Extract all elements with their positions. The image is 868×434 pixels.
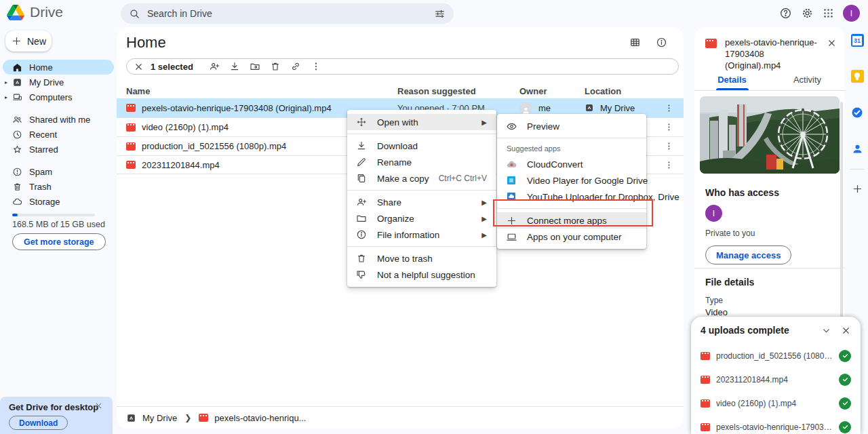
- expand-arrow-icon[interactable]: ▸: [5, 94, 7, 100]
- menu-item-video-player[interactable]: Video Player for Google Drive: [497, 172, 646, 189]
- sidebar-item-storage[interactable]: Storage: [3, 194, 114, 209]
- row-more-icon[interactable]: [664, 160, 674, 170]
- more-actions-icon[interactable]: [306, 61, 326, 72]
- chevron-down-icon[interactable]: [821, 326, 831, 336]
- upload-item[interactable]: 202311201844.mp4: [691, 368, 861, 391]
- share-person-add-icon: [355, 197, 368, 208]
- star-icon: [12, 144, 22, 155]
- search-bar[interactable]: [121, 3, 454, 24]
- sidebar-item-computers[interactable]: ▸ Computers: [3, 90, 114, 104]
- menu-item-apps-on-computer[interactable]: Apps on your computer: [497, 229, 646, 245]
- keep-icon[interactable]: [851, 70, 864, 83]
- check-icon: [839, 397, 851, 410]
- row-more-icon[interactable]: [664, 103, 674, 113]
- sidebar-item-shared-with-me[interactable]: Shared with me: [3, 112, 114, 127]
- menu-item-connect-more-apps[interactable]: Connect more apps: [497, 212, 646, 229]
- column-header-owner[interactable]: Owner: [519, 86, 585, 96]
- scrollbar[interactable]: [840, 102, 843, 329]
- upload-item[interactable]: production_id_5021556 (1080p).mp4: [691, 344, 861, 368]
- menu-item-file-information[interactable]: File information ▶: [347, 226, 496, 243]
- table-header: Name Reason suggested Owner Location: [126, 83, 674, 99]
- expand-arrow-icon[interactable]: ▸: [5, 79, 7, 85]
- upload-item[interactable]: video (2160p) (1).mp4: [691, 391, 861, 415]
- menu-item-make-a-copy[interactable]: Make a copy Ctrl+C Ctrl+V: [347, 170, 496, 186]
- drive-brand[interactable]: Drive: [7, 4, 63, 20]
- recent-icon: [12, 130, 22, 140]
- tab-activity[interactable]: Activity: [770, 69, 845, 90]
- close-icon[interactable]: [827, 38, 837, 66]
- storage-progress-bar: [12, 214, 95, 216]
- sidebar-item-home[interactable]: Home: [3, 60, 114, 75]
- type-value: Video: [705, 307, 754, 317]
- clear-selection-icon[interactable]: [134, 62, 144, 72]
- download-icon[interactable]: [224, 61, 245, 72]
- menu-item-move-to-trash[interactable]: Move to trash: [347, 250, 496, 267]
- download-drive-button[interactable]: Download: [9, 416, 68, 430]
- owner-avatar-icon: [519, 102, 532, 115]
- search-options-icon[interactable]: [434, 8, 446, 20]
- trash-icon[interactable]: [265, 61, 285, 72]
- move-to-folder-icon[interactable]: [245, 61, 265, 72]
- menu-item-rename[interactable]: Rename: [347, 154, 496, 170]
- cloud-icon: [12, 197, 22, 207]
- share-person-add-icon[interactable]: [204, 61, 224, 72]
- open-with-icon: [355, 117, 368, 127]
- calendar-icon[interactable]: 31: [851, 34, 864, 47]
- column-header-reason[interactable]: Reason suggested: [397, 86, 519, 96]
- video-file-icon: [199, 414, 208, 422]
- menu-item-download[interactable]: Download: [347, 138, 496, 154]
- row-more-icon[interactable]: [664, 122, 674, 132]
- thumb-down-icon: [355, 269, 368, 280]
- menu-item-youtube-uploader[interactable]: YouTube Uploader for Dropbox, Drive: [497, 189, 646, 205]
- sidebar-item-trash[interactable]: Trash: [3, 179, 114, 194]
- user-avatar[interactable]: I: [843, 5, 860, 22]
- computers-icon: [12, 92, 22, 102]
- help-icon[interactable]: [779, 7, 792, 20]
- sidebar-item-starred[interactable]: Starred: [3, 142, 114, 157]
- copy-link-icon[interactable]: [285, 61, 306, 72]
- selection-toolbar: 1 selected: [126, 58, 679, 75]
- sidebar: New Home ▸ My Drive ▸ Computers Shared w…: [0, 27, 117, 434]
- spam-icon: [12, 167, 22, 177]
- details-tabs: Details Activity: [694, 69, 845, 91]
- file-name: production_id_5021556 (1080p).mp4: [142, 141, 286, 151]
- breadcrumb-file[interactable]: pexels-otavio-henriqu...: [214, 413, 306, 423]
- sidebar-item-my-drive[interactable]: ▸ My Drive: [3, 75, 114, 90]
- menu-item-open-with[interactable]: Open with ▶: [347, 114, 496, 130]
- manage-access-button[interactable]: Manage access: [705, 245, 791, 264]
- tab-details[interactable]: Details: [694, 69, 770, 90]
- search-input[interactable]: [147, 8, 427, 19]
- new-button[interactable]: New: [5, 31, 52, 52]
- close-icon[interactable]: [841, 326, 851, 336]
- row-more-icon[interactable]: [664, 141, 674, 151]
- column-header-name[interactable]: Name: [126, 86, 397, 96]
- info-icon[interactable]: [656, 37, 667, 48]
- get-addons-icon[interactable]: [852, 183, 863, 195]
- drive-logo-icon: [7, 5, 24, 20]
- sidebar-item-recent[interactable]: Recent: [3, 127, 114, 142]
- menu-item-cloudconvert[interactable]: CloudConvert: [497, 156, 646, 172]
- owner-cell: me: [519, 102, 585, 115]
- breadcrumb-root[interactable]: My Drive: [142, 413, 177, 423]
- grid-view-icon[interactable]: [629, 37, 641, 48]
- tasks-icon[interactable]: [850, 106, 864, 119]
- access-avatar[interactable]: I: [705, 205, 722, 222]
- video-file-icon: [701, 399, 710, 408]
- settings-icon[interactable]: [801, 7, 814, 20]
- get-more-storage-button[interactable]: Get more storage: [12, 233, 106, 250]
- apps-grid-icon[interactable]: [823, 7, 834, 19]
- upload-item[interactable]: pexels-otavio-henrique-17903408 (Or...: [691, 415, 861, 434]
- menu-item-not-helpful[interactable]: Not a helpful suggestion: [347, 267, 496, 283]
- column-header-location[interactable]: Location: [585, 86, 659, 96]
- menu-item-organize[interactable]: Organize ▶: [347, 210, 496, 226]
- search-icon[interactable]: [129, 8, 140, 20]
- contacts-icon[interactable]: [851, 142, 864, 155]
- menu-item-preview[interactable]: Preview: [497, 118, 646, 134]
- sidebar-item-spam[interactable]: Spam: [3, 164, 114, 179]
- file-preview-image[interactable]: [700, 96, 840, 174]
- close-icon[interactable]: [94, 401, 103, 410]
- menu-item-share[interactable]: Share ▶: [347, 194, 496, 210]
- suggested-apps-label: Suggested apps: [497, 142, 646, 156]
- submenu-arrow-icon: ▶: [481, 119, 487, 126]
- location-cell[interactable]: My Drive: [585, 103, 659, 113]
